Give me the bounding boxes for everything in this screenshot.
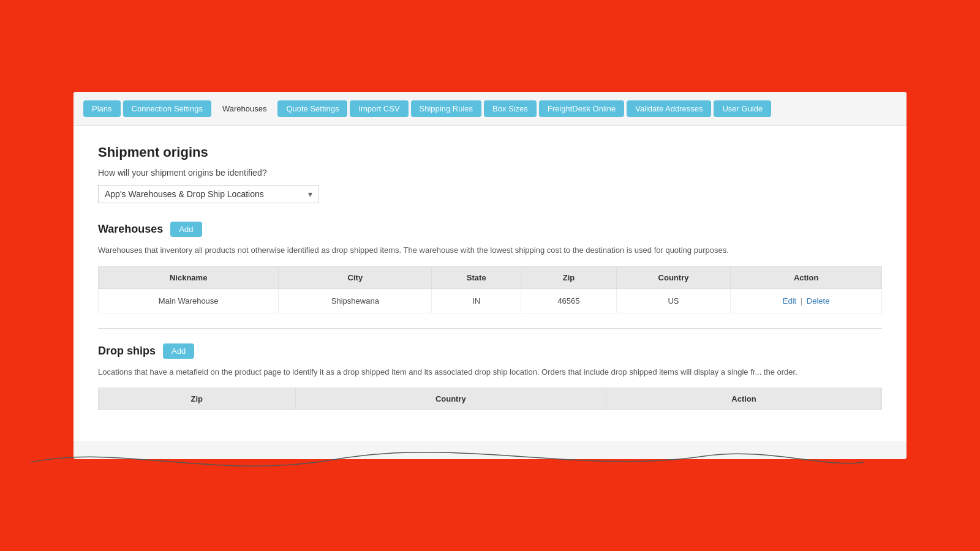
- cell-city: Shipshewana: [279, 288, 432, 313]
- warehouses-table: Nickname City State Zip Country Action M…: [98, 266, 882, 313]
- shipment-origins-dropdown-wrapper: App's Warehouses & Drop Ship Locations S…: [98, 185, 318, 203]
- tab-bar: Plans Connection Settings Warehouses Quo…: [74, 92, 907, 126]
- cell-country: US: [616, 288, 730, 313]
- warehouses-header: Warehouses Add: [98, 222, 882, 237]
- drop-col-action: Action: [606, 388, 882, 410]
- tab-plans[interactable]: Plans: [83, 100, 121, 117]
- tab-box-sizes[interactable]: Box Sizes: [484, 100, 537, 117]
- edit-link[interactable]: Edit: [783, 296, 796, 305]
- section-divider: [98, 328, 882, 329]
- table-row: Main Warehouse Shipshewana IN 46565 US E…: [99, 288, 882, 313]
- tab-connection-settings[interactable]: Connection Settings: [123, 100, 211, 117]
- cell-nickname: Main Warehouse: [99, 288, 279, 313]
- warehouses-add-button[interactable]: Add: [170, 222, 202, 237]
- drop-ships-header: Drop ships Add: [98, 343, 882, 359]
- tab-user-guide[interactable]: User Guide: [714, 100, 771, 117]
- drop-col-country: Country: [295, 388, 606, 410]
- page-content: Shipment origins How will your shipment …: [74, 126, 907, 441]
- cell-state: IN: [432, 288, 521, 313]
- drop-ships-table: Zip Country Action: [98, 388, 882, 410]
- col-state: State: [432, 266, 521, 288]
- warehouses-description: Warehouses that inventory all products n…: [98, 244, 882, 257]
- tab-warehouses[interactable]: Warehouses: [214, 100, 276, 117]
- drop-ships-description: Locations that have a metafield on the p…: [98, 366, 882, 378]
- shipment-origins-question: How will your shipment origins be identi…: [98, 168, 882, 178]
- tab-shipping-rules[interactable]: Shipping Rules: [411, 100, 481, 117]
- drop-col-zip: Zip: [99, 388, 296, 410]
- drop-ships-title: Drop ships: [98, 345, 156, 358]
- col-action: Action: [731, 266, 882, 288]
- delete-link[interactable]: Delete: [807, 296, 830, 305]
- tab-quote-settings[interactable]: Quote Settings: [277, 100, 347, 117]
- tab-import-csv[interactable]: Import CSV: [350, 100, 408, 117]
- warehouses-title: Warehouses: [98, 223, 163, 236]
- drop-ships-section: Drop ships Add Locations that have a met…: [98, 343, 882, 411]
- cell-action: Edit | Delete: [731, 288, 882, 313]
- col-city: City: [279, 266, 432, 288]
- tab-freightdesk[interactable]: FreightDesk Online: [539, 100, 624, 117]
- col-nickname: Nickname: [99, 266, 279, 288]
- col-country: Country: [616, 266, 730, 288]
- drop-ships-add-button[interactable]: Add: [163, 343, 194, 359]
- cell-zip: 46565: [521, 288, 617, 313]
- main-container: Plans Connection Settings Warehouses Quo…: [74, 92, 907, 459]
- shipment-origins-dropdown[interactable]: App's Warehouses & Drop Ship Locations S…: [98, 185, 318, 203]
- action-separator: |: [801, 296, 802, 305]
- tab-validate-addresses[interactable]: Validate Addresses: [627, 100, 711, 117]
- shipment-origins-title: Shipment origins: [98, 144, 882, 160]
- col-zip: Zip: [521, 266, 617, 288]
